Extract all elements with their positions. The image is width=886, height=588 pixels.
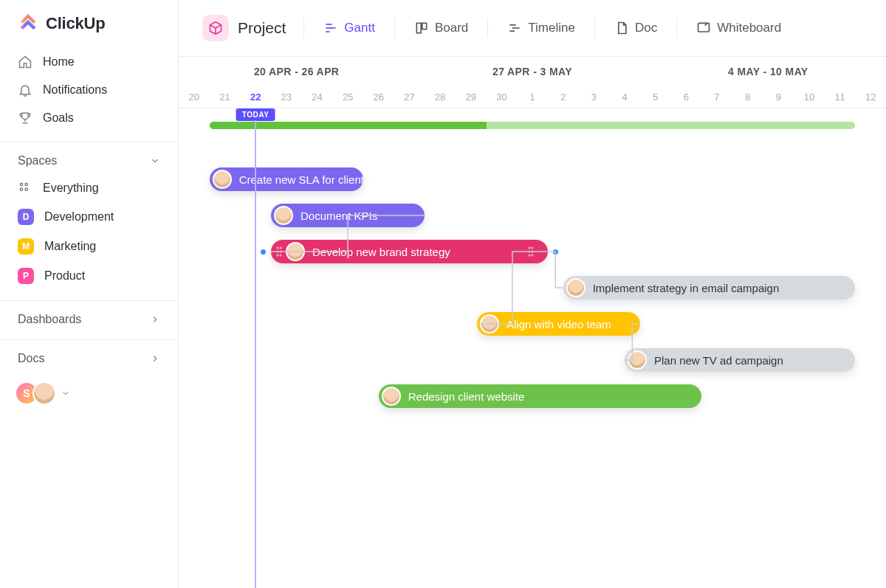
week-header-row: 20 APR - 26 APR27 APR - 3 MAY4 MAY - 10 … — [179, 57, 886, 86]
gantt-bar[interactable]: Plan new TV ad campaign — [625, 348, 855, 372]
view-doc[interactable]: Doc — [605, 16, 666, 40]
project-chip[interactable]: Project — [195, 10, 293, 46]
view-whiteboard[interactable]: Whiteboard — [687, 16, 790, 40]
day-cell[interactable]: 11 — [825, 86, 856, 108]
day-cell[interactable]: 3 — [579, 86, 610, 108]
week-cell: 20 APR - 26 APR — [179, 57, 414, 86]
divider — [487, 18, 488, 38]
dashboards-header[interactable]: Dashboards — [0, 310, 178, 331]
dashboards-section: Dashboards — [0, 300, 178, 339]
user-avatar-stack[interactable]: S — [15, 381, 56, 405]
home-icon — [18, 55, 32, 69]
day-cell[interactable]: 20 — [179, 86, 210, 108]
assignee-avatar — [628, 350, 647, 370]
divider — [303, 18, 304, 38]
link-dot[interactable] — [261, 249, 266, 255]
chevron-down-icon — [150, 156, 160, 166]
assignee-avatar — [480, 314, 499, 333]
space-chip: M — [18, 238, 34, 255]
day-cell[interactable]: 10 — [794, 86, 825, 108]
drag-handle-icon[interactable] — [527, 246, 535, 257]
docs-header[interactable]: Docs — [0, 349, 178, 370]
logo[interactable]: ClickUp — [0, 13, 178, 47]
project-icon — [202, 15, 229, 41]
main: Project Gantt Board Timeline Doc — [179, 0, 886, 588]
svg-point-15 — [528, 251, 530, 253]
connector — [179, 167, 179, 168]
nav-home[interactable]: Home — [9, 49, 169, 75]
day-cell[interactable]: 24 — [302, 86, 333, 108]
gantt-icon — [323, 21, 338, 35]
gantt-bar[interactable]: Redesign client website — [379, 384, 701, 408]
nav-goals[interactable]: Goals — [9, 105, 169, 131]
svg-rect-4 — [416, 23, 421, 32]
day-cell[interactable]: 12 — [855, 86, 886, 108]
day-cell[interactable]: 28 — [425, 86, 456, 108]
drag-handle-icon[interactable] — [275, 246, 283, 257]
gantt-bar[interactable]: Create new SLA for client — [210, 167, 363, 191]
day-cell[interactable]: 22 — [240, 86, 271, 108]
today-line — [255, 120, 256, 588]
day-cell[interactable]: 23 — [271, 86, 302, 108]
day-cell[interactable]: 27 — [394, 86, 425, 108]
svg-point-12 — [279, 255, 281, 257]
day-cell[interactable]: 26 — [363, 86, 394, 108]
sidebar-item-label: Development — [44, 210, 114, 224]
bar-label: Implement strategy in email campaign — [593, 282, 780, 294]
view-timeline[interactable]: Timeline — [498, 16, 584, 40]
assignee-avatar — [382, 387, 401, 406]
svg-point-18 — [531, 255, 533, 257]
connector — [179, 167, 179, 168]
divider — [394, 18, 395, 38]
spaces-section: Spaces Everything D Development M Market… — [0, 142, 178, 300]
svg-point-0 — [20, 183, 22, 185]
day-cell[interactable]: 29 — [456, 86, 487, 108]
view-label: Board — [435, 21, 468, 35]
svg-rect-5 — [422, 23, 427, 29]
assignee-avatar — [213, 170, 232, 189]
chevron-right-icon — [150, 353, 160, 364]
bar-label: Develop new brand strategy — [312, 246, 450, 258]
day-cell[interactable]: 6 — [671, 86, 702, 108]
spaces-header[interactable]: Spaces — [0, 151, 178, 172]
whiteboard-icon — [696, 21, 711, 35]
day-cell[interactable]: 25 — [332, 86, 363, 108]
view-board[interactable]: Board — [405, 16, 477, 40]
sidebar-item-label: Marketing — [44, 240, 96, 253]
gantt-bar[interactable]: Develop new brand strategy — [271, 240, 548, 263]
nav-notifications[interactable]: Notifications — [9, 77, 169, 103]
view-gantt[interactable]: Gantt — [315, 16, 384, 40]
nav-primary: Home Notifications Goals — [0, 47, 178, 142]
timeline-icon — [507, 21, 522, 35]
sidebar-item-product[interactable]: P Product — [9, 262, 169, 290]
day-cell[interactable]: 5 — [640, 86, 671, 108]
svg-point-8 — [279, 247, 281, 249]
week-cell: 4 MAY - 10 MAY — [650, 57, 886, 86]
sidebar-item-everything[interactable]: Everything — [9, 175, 169, 201]
gantt-bar[interactable]: Align with video team — [477, 312, 640, 336]
gantt-bar[interactable]: Document KPIs — [271, 204, 425, 227]
link-dot[interactable] — [553, 249, 558, 255]
bar-label: Redesign client website — [408, 390, 525, 403]
sidebar-item-development[interactable]: D Development — [9, 203, 169, 231]
svg-point-11 — [276, 255, 278, 257]
svg-point-14 — [531, 247, 533, 249]
gantt-bar[interactable]: Implement strategy in email campaign — [563, 276, 856, 300]
day-cell[interactable]: 4 — [609, 86, 640, 108]
day-cell[interactable]: 1 — [517, 86, 548, 108]
day-cell[interactable]: 7 — [701, 86, 732, 108]
svg-point-3 — [25, 188, 27, 190]
space-chip: P — [18, 268, 34, 284]
day-cell[interactable]: 30 — [487, 86, 518, 108]
svg-point-2 — [20, 188, 22, 190]
assignee-avatar — [286, 242, 305, 261]
day-cell[interactable]: 21 — [210, 86, 241, 108]
bell-icon — [18, 83, 32, 97]
sidebar-item-marketing[interactable]: M Marketing — [9, 232, 169, 260]
day-cell[interactable]: 2 — [548, 86, 579, 108]
day-cell[interactable]: 9 — [763, 86, 794, 108]
section-title: Dashboards — [18, 313, 81, 326]
board-icon — [414, 21, 429, 35]
day-cell[interactable]: 8 — [732, 86, 763, 108]
bar-label: Align with video team — [506, 318, 611, 331]
